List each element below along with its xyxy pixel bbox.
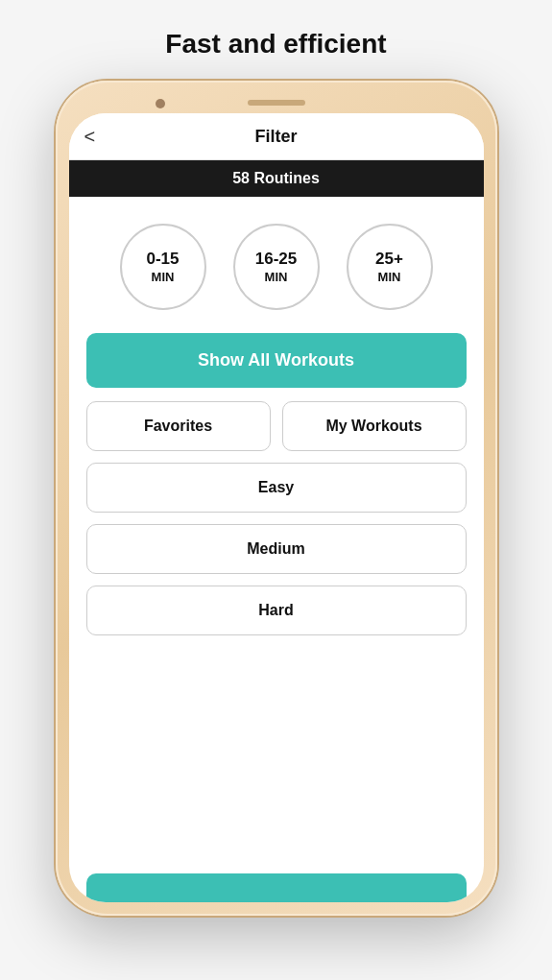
duration-value-25plus: 25+ <box>375 250 403 269</box>
bottom-bar-peek <box>86 873 467 902</box>
favorites-myworkouts-row: Favorites My Workouts <box>86 401 467 451</box>
duration-circle-16-25[interactable]: 16-25 MIN <box>233 224 320 310</box>
phone-shell: < Filter 58 Routines 0-15 MIN 16-25 MIN … <box>56 81 497 916</box>
favorites-button[interactable]: Favorites <box>86 401 271 451</box>
duration-unit-0-15: MIN <box>152 270 175 284</box>
phone-notch <box>69 94 484 113</box>
filter-title: Filter <box>254 127 297 147</box>
hard-button[interactable]: Hard <box>86 586 467 635</box>
easy-button[interactable]: Easy <box>86 463 467 513</box>
speaker <box>248 100 305 106</box>
filter-header: < Filter <box>69 113 484 160</box>
my-workouts-button[interactable]: My Workouts <box>282 401 467 451</box>
duration-circle-0-15[interactable]: 0-15 MIN <box>120 224 206 310</box>
page-headline: Fast and efficient <box>165 29 386 60</box>
duration-row: 0-15 MIN 16-25 MIN 25+ MIN <box>69 197 484 333</box>
duration-circle-25plus[interactable]: 25+ MIN <box>347 224 433 310</box>
duration-value-0-15: 0-15 <box>146 250 179 269</box>
duration-unit-16-25: MIN <box>265 270 288 284</box>
phone-screen: < Filter 58 Routines 0-15 MIN 16-25 MIN … <box>69 113 484 902</box>
routines-banner: 58 Routines <box>69 160 484 197</box>
camera-dot <box>156 99 165 108</box>
medium-button[interactable]: Medium <box>86 524 467 574</box>
screen-content: < Filter 58 Routines 0-15 MIN 16-25 MIN … <box>69 113 484 902</box>
duration-value-16-25: 16-25 <box>255 250 297 269</box>
duration-unit-25plus: MIN <box>378 270 401 284</box>
show-all-workouts-button[interactable]: Show All Workouts <box>86 333 467 388</box>
back-button[interactable]: < <box>84 127 96 146</box>
